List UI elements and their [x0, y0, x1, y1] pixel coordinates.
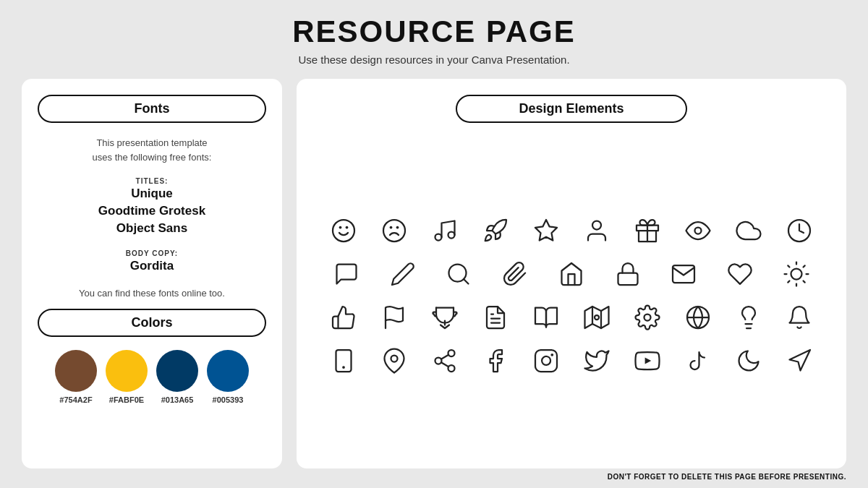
- fonts-label: Fonts: [38, 95, 266, 123]
- search-icon: [440, 255, 477, 293]
- icons-row-4: [318, 342, 825, 380]
- right-panel: Design Elements: [297, 79, 846, 468]
- location-icon: [375, 342, 413, 380]
- flag-icon: [375, 299, 413, 336]
- book-icon: [527, 299, 565, 336]
- fonts-find-text: You can find these fonts online too.: [38, 288, 266, 299]
- font-gordita: Gordita: [38, 257, 266, 275]
- twitter-icon: [578, 342, 616, 380]
- mobile-icon: [325, 342, 362, 380]
- color-swatch-2: [106, 350, 148, 392]
- bulb-icon: [730, 299, 767, 336]
- document-icon: [477, 299, 514, 336]
- cloud-icon: [730, 212, 767, 249]
- svg-point-12: [695, 228, 702, 234]
- heart-icon: [721, 255, 759, 293]
- svg-point-33: [595, 315, 599, 320]
- color-swatch-4: [207, 350, 249, 392]
- body-label: BODY COPY:: [38, 249, 266, 257]
- body-fonts-block: BODY COPY: Gordita: [38, 249, 266, 275]
- star-icon: [527, 212, 565, 249]
- chat-icon: [328, 255, 365, 293]
- design-elements-label: Design Elements: [456, 95, 687, 123]
- icons-grid: [318, 136, 825, 455]
- icons-row-2: [318, 255, 825, 293]
- color-item-4: #005393: [207, 350, 249, 404]
- svg-point-6: [435, 234, 442, 241]
- svg-marker-30: [585, 307, 609, 328]
- clock-icon: [780, 212, 818, 249]
- font-object-sans: Object Sans: [38, 220, 266, 237]
- svg-line-25: [804, 265, 805, 267]
- gift-icon: [629, 212, 666, 249]
- colors-row: #754A2F #FABF0E #013A65 #005393: [38, 350, 266, 404]
- left-panel: Fonts This presentation templateuses the…: [22, 79, 282, 468]
- svg-point-42: [448, 350, 455, 356]
- color-swatch-1: [55, 350, 97, 392]
- page-subtitle: Use these design resources in your Canva…: [298, 53, 569, 66]
- titles-label: TITLES:: [38, 177, 266, 185]
- globe-icon: [679, 299, 717, 336]
- color-hex-3: #013A65: [161, 395, 194, 404]
- map-settings-icon: [578, 299, 616, 336]
- colors-label: Colors: [38, 309, 266, 337]
- svg-point-0: [333, 220, 354, 241]
- svg-line-20: [788, 265, 789, 267]
- footer-note: DON'T FORGET TO DELETE THIS PAGE BEFORE …: [22, 473, 846, 481]
- user-icon: [578, 212, 616, 249]
- thumbsup-icon: [325, 299, 362, 336]
- moon-icon: [730, 342, 767, 380]
- pin-icon: [496, 255, 534, 293]
- music-icon: [426, 212, 464, 249]
- svg-line-45: [441, 362, 448, 367]
- svg-point-7: [448, 232, 455, 239]
- smiley-icon: [325, 212, 362, 249]
- facebook-icon: [477, 342, 514, 380]
- fonts-description: This presentation templateuses the follo…: [38, 136, 266, 164]
- rocket-icon: [477, 212, 514, 249]
- color-item-1: #754A2F: [55, 350, 97, 404]
- gear-icon: [629, 299, 666, 336]
- svg-point-43: [435, 358, 442, 364]
- trophy-icon: [426, 299, 464, 336]
- font-unique: Unique: [38, 185, 266, 202]
- pencil-icon: [384, 255, 422, 293]
- color-item-3: #013A65: [156, 350, 198, 404]
- megaphone-icon: [780, 342, 818, 380]
- color-hex-1: #754A2F: [59, 395, 92, 404]
- sad-icon: [375, 212, 413, 249]
- svg-point-17: [791, 269, 802, 280]
- svg-point-44: [448, 365, 455, 372]
- color-swatch-3: [156, 350, 198, 392]
- main-row: Fonts This presentation templateuses the…: [22, 79, 846, 468]
- youtube-icon: [629, 342, 666, 380]
- home-icon: [553, 255, 590, 293]
- svg-marker-8: [535, 220, 557, 241]
- svg-point-34: [644, 314, 651, 321]
- page-title: RESOURCE PAGE: [292, 14, 576, 49]
- color-item-2: #FABF0E: [106, 350, 148, 404]
- icons-row-3: [318, 299, 825, 336]
- instagram-icon: [527, 342, 565, 380]
- icons-row-1: [318, 212, 825, 249]
- titles-fonts-block: TITLES: Unique Goodtime Grotesk Object S…: [38, 177, 266, 236]
- lock-icon: [609, 255, 647, 293]
- tiktok-icon: [679, 342, 717, 380]
- color-hex-4: #005393: [213, 395, 244, 404]
- share-icon: [426, 342, 464, 380]
- mail-icon: [665, 255, 702, 293]
- svg-point-41: [391, 356, 398, 362]
- svg-line-21: [804, 281, 805, 283]
- svg-marker-49: [645, 357, 652, 364]
- svg-rect-16: [618, 273, 637, 286]
- svg-rect-47: [535, 350, 557, 372]
- svg-point-9: [592, 221, 601, 230]
- sun-icon: [778, 255, 815, 293]
- svg-line-15: [464, 279, 469, 284]
- svg-point-3: [383, 220, 405, 241]
- bell-icon: [780, 299, 818, 336]
- font-goodtime: Goodtime Grotesk: [38, 202, 266, 220]
- svg-line-46: [441, 355, 448, 359]
- design-elements-header: Design Elements: [318, 95, 825, 126]
- color-hex-2: #FABF0E: [109, 395, 144, 404]
